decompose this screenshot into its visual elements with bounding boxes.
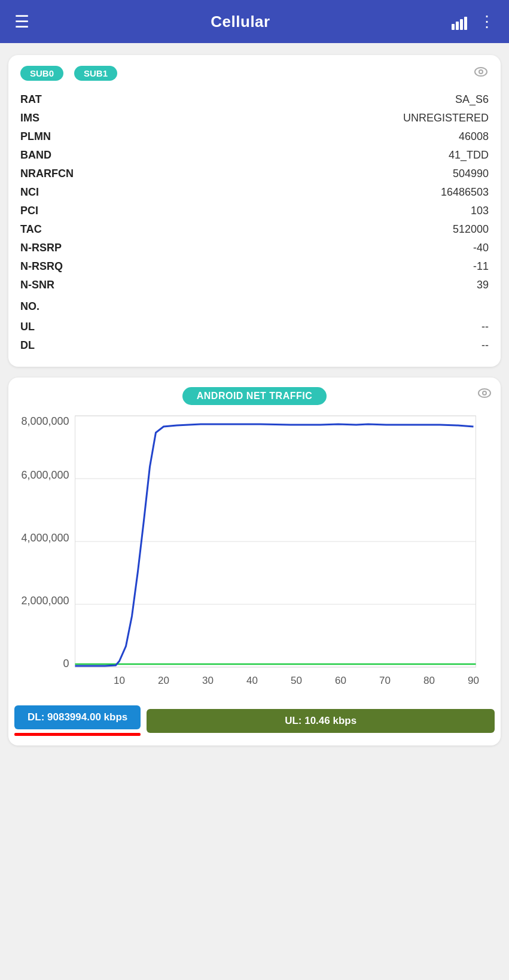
row-label-rat: RAT xyxy=(20,93,98,106)
svg-point-5 xyxy=(479,70,483,74)
table-row: N-RSRP -40 xyxy=(20,239,489,257)
row-value-rat: SA_S6 xyxy=(455,93,489,106)
svg-text:60: 60 xyxy=(335,675,346,686)
row-label-pci: PCI xyxy=(20,205,98,217)
row-value-band: 41_TDD xyxy=(449,149,489,162)
row-label-nsnr: N-SNR xyxy=(20,279,98,291)
row-value-tac: 512000 xyxy=(453,223,489,236)
row-label-no: NO. xyxy=(20,297,39,315)
table-row: RAT SA_S6 xyxy=(20,90,489,109)
traffic-chart: 0 2,000,000 4,000,000 6,000,000 8,000,00… xyxy=(14,410,495,697)
row-value-nsnr: 39 xyxy=(477,279,489,291)
row-label-nci: NCI xyxy=(20,186,98,199)
traffic-chart-card: ANDROID NET TRAFFIC 0 2, xyxy=(8,378,501,745)
row-label-ul: UL xyxy=(20,321,98,333)
ul-badge: UL: 10.46 kbps xyxy=(147,709,495,733)
cellular-info-card: SUB0 SUB1 RAT SA_S6 IMS UNREGISTERED xyxy=(8,55,501,367)
row-label-nrsrq: N-RSRQ xyxy=(20,260,98,273)
row-label-nrarfcn: NRARFCN xyxy=(20,168,98,180)
row-label-ims: IMS xyxy=(20,112,98,124)
table-row: PCI 103 xyxy=(20,202,489,220)
svg-text:2,000,000: 2,000,000 xyxy=(21,595,69,607)
svg-text:40: 40 xyxy=(246,675,258,686)
sub0-badge[interactable]: SUB0 xyxy=(20,66,63,81)
chart-svg: 0 2,000,000 4,000,000 6,000,000 8,000,00… xyxy=(14,410,495,697)
svg-rect-1 xyxy=(456,22,459,30)
hamburger-icon[interactable]: ☰ xyxy=(14,12,29,32)
table-row: DL -- xyxy=(20,336,489,355)
badge-row: SUB0 SUB1 xyxy=(20,66,489,81)
more-options-icon[interactable]: ⋮ xyxy=(479,13,495,31)
svg-text:20: 20 xyxy=(158,675,169,686)
app-header: ☰ Cellular ⋮ xyxy=(0,0,509,43)
row-label-nrsrp: N-RSRP xyxy=(20,242,98,254)
svg-text:90: 90 xyxy=(468,675,479,686)
row-value-nci: 16486503 xyxy=(441,186,489,199)
svg-text:30: 30 xyxy=(202,675,214,686)
svg-point-6 xyxy=(478,389,490,397)
table-row: NRARFCN 504990 xyxy=(20,165,489,183)
row-value-dl: -- xyxy=(481,339,489,352)
row-value-nrarfcn: 504990 xyxy=(453,168,489,180)
dl-bar xyxy=(14,733,141,736)
svg-rect-3 xyxy=(464,17,467,30)
cellular-info-table: RAT SA_S6 IMS UNREGISTERED PLMN 46008 BA… xyxy=(20,90,489,355)
svg-text:70: 70 xyxy=(379,675,391,686)
table-row: TAC 512000 xyxy=(20,220,489,239)
svg-text:50: 50 xyxy=(291,675,302,686)
row-label-band: BAND xyxy=(20,149,98,162)
table-row: BAND 41_TDD xyxy=(20,146,489,165)
svg-text:0: 0 xyxy=(63,658,69,669)
svg-text:8,000,000: 8,000,000 xyxy=(21,415,69,427)
visibility-icon[interactable] xyxy=(473,66,489,81)
table-row: IMS UNREGISTERED xyxy=(20,109,489,127)
svg-text:10: 10 xyxy=(114,675,125,686)
chart-bottom-badges: DL: 9083994.00 kbps UL: 10.46 kbps xyxy=(14,705,495,736)
table-row: NO. xyxy=(20,294,489,318)
signal-icon[interactable] xyxy=(452,13,468,30)
svg-rect-0 xyxy=(452,24,455,30)
svg-text:80: 80 xyxy=(423,675,435,686)
row-label-tac: TAC xyxy=(20,223,98,236)
row-value-nrsrq: -11 xyxy=(473,260,489,273)
chart-header: ANDROID NET TRAFFIC xyxy=(14,387,495,405)
table-row: PLMN 46008 xyxy=(20,127,489,146)
svg-text:4,000,000: 4,000,000 xyxy=(21,532,69,544)
row-value-ims: UNREGISTERED xyxy=(403,112,489,124)
row-value-nrsrp: -40 xyxy=(473,242,489,254)
page-title: Cellular xyxy=(211,13,270,31)
svg-point-7 xyxy=(483,391,486,395)
dl-badge: DL: 9083994.00 kbps xyxy=(14,705,141,729)
table-row: UL -- xyxy=(20,318,489,336)
row-value-ul: -- xyxy=(481,321,489,333)
row-label-plmn: PLMN xyxy=(20,130,98,143)
main-content: SUB0 SUB1 RAT SA_S6 IMS UNREGISTERED xyxy=(0,43,509,757)
row-value-pci: 103 xyxy=(471,205,489,217)
table-row: N-RSRQ -11 xyxy=(20,257,489,276)
svg-point-4 xyxy=(475,68,487,76)
table-row: N-SNR 39 xyxy=(20,276,489,294)
chart-title-badge: ANDROID NET TRAFFIC xyxy=(182,387,327,405)
table-row: NCI 16486503 xyxy=(20,183,489,202)
chart-visibility-icon[interactable] xyxy=(477,387,492,403)
svg-rect-2 xyxy=(460,19,463,30)
svg-text:6,000,000: 6,000,000 xyxy=(21,469,69,481)
row-value-plmn: 46008 xyxy=(459,130,489,143)
sub1-badge[interactable]: SUB1 xyxy=(74,66,117,81)
row-label-dl: DL xyxy=(20,339,98,352)
dl-badge-container: DL: 9083994.00 kbps xyxy=(14,705,141,736)
